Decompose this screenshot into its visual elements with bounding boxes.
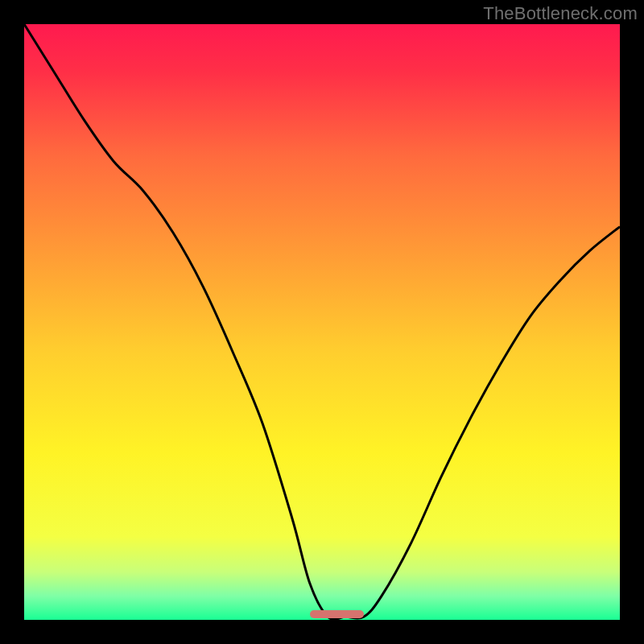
gradient-plot-area <box>24 24 620 620</box>
optimum-marker <box>310 610 364 618</box>
chart-frame: TheBottleneck.com <box>0 0 644 644</box>
watermark-text: TheBottleneck.com <box>483 3 638 24</box>
